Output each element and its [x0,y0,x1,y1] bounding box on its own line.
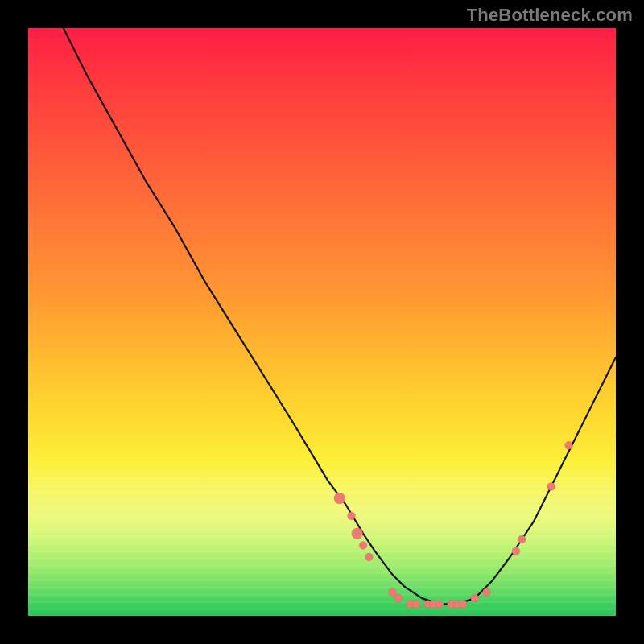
data-point-marker [512,547,520,555]
data-point-marker [471,594,479,602]
data-point-marker [459,600,467,608]
data-point-marker [334,493,345,504]
data-point-marker [565,441,573,449]
data-point-marker [412,600,420,608]
bottleneck-curve [64,28,616,604]
data-point-marker [389,588,397,597]
data-point-marker [352,528,363,539]
data-point-marker [436,600,444,608]
data-point-marker [348,512,356,520]
chart-frame: TheBottleneck.com [0,0,644,644]
data-point-marker [394,594,402,602]
data-point-marker [547,482,555,490]
data-point-marker [482,588,490,597]
watermark-text: TheBottleneck.com [467,5,633,26]
plot-area [28,28,616,616]
marker-group [334,441,573,608]
chart-svg [28,28,616,616]
data-point-marker [365,553,373,561]
data-point-marker [518,535,526,543]
data-point-marker [359,541,367,549]
